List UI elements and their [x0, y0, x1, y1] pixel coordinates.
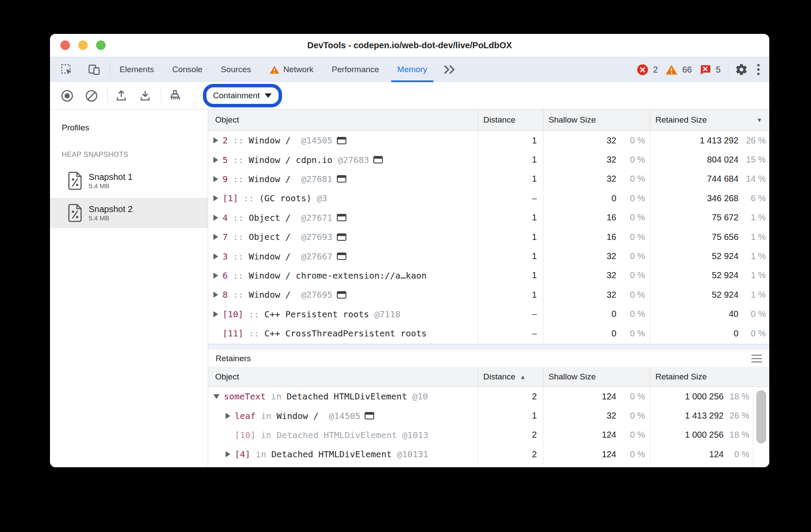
expand-arrow-icon[interactable]: [213, 311, 218, 317]
error-icon[interactable]: [637, 64, 648, 76]
pane-splitter[interactable]: [208, 344, 769, 350]
object-name: [10]: [223, 309, 243, 319]
heap-object-row[interactable]: 3 :: Window / @276671320 %52 9241 %: [208, 246, 769, 266]
distance-cell-value: 1: [478, 290, 537, 300]
record-icon[interactable]: [60, 89, 74, 103]
retainer-row[interactable]: [5] in Detached HTMLDivElement @1013: [208, 464, 769, 467]
clear-icon[interactable]: [85, 89, 98, 103]
heap-object-row[interactable]: [11] :: C++ CrossThreadPersistent roots–…: [208, 324, 769, 343]
retained-size-cell: 75 6561 %: [650, 227, 769, 246]
collapse-arrow-icon[interactable]: [213, 394, 219, 399]
retained-size-cell: [650, 464, 769, 467]
retainer-row[interactable]: [4] in Detached HTMLDivElement @10131212…: [208, 445, 769, 464]
more-tabs-icon[interactable]: [436, 57, 462, 82]
expand-arrow-icon[interactable]: [213, 137, 218, 143]
expand-arrow-icon[interactable]: [213, 234, 218, 240]
view-mode-dropdown[interactable]: Containment: [207, 88, 278, 103]
window-frame-icon: [337, 253, 346, 260]
tab-label: Performance: [332, 65, 379, 74]
expand-arrow-icon[interactable]: [213, 292, 218, 298]
snapshot-item[interactable]: Snapshot 15.4 MB: [50, 166, 208, 196]
heap-object-row[interactable]: 6 :: Window / chrome-extension://a…kaon1…: [208, 266, 769, 285]
retained-size-cell: 804 02415 %: [650, 150, 769, 169]
retainer-row[interactable]: [10] in Detached HTMLDivElement @1013212…: [208, 426, 769, 445]
expand-arrow-icon[interactable]: [226, 451, 230, 457]
window-frame-icon: [337, 137, 346, 144]
column-header-shallow-size[interactable]: Shallow Size: [543, 367, 650, 386]
window-frame-icon: [373, 156, 383, 163]
heap-object-row[interactable]: 7 :: Object / @276931160 %75 6561 %: [208, 227, 769, 246]
kebab-menu-icon[interactable]: [754, 61, 762, 78]
download-icon[interactable]: [139, 89, 152, 102]
inspect-icon[interactable]: [59, 62, 74, 77]
object-name: 7: [223, 232, 228, 242]
minimize-icon[interactable]: [78, 40, 88, 50]
snapshot-item[interactable]: Snapshot 25.4 MB: [50, 198, 208, 228]
retained-size-cell-percent: 18 %: [724, 430, 749, 440]
hamburger-icon[interactable]: [751, 354, 762, 363]
retained-size-cell: 00 %: [650, 324, 769, 343]
heap-object-row[interactable]: [10] :: C++ Persistent roots @7118–00 %4…: [208, 305, 769, 324]
retained-size-cell-value: 52 924: [650, 251, 738, 261]
heap-object-row[interactable]: 4 :: Object / @276711160 %75 6721 %: [208, 208, 769, 227]
vertical-scrollbar[interactable]: [753, 387, 769, 467]
expand-arrow-icon[interactable]: [213, 215, 218, 221]
heap-object-row[interactable]: [1] :: (GC roots) @3–00 %346 2686 %: [208, 189, 769, 208]
column-header-retained-size[interactable]: Retained Size: [650, 367, 769, 386]
expand-arrow-icon[interactable]: [213, 195, 218, 201]
separator-token: ::: [228, 213, 249, 223]
shallow-size-cell: 1240 %: [543, 426, 650, 445]
tab-network[interactable]: Network: [260, 57, 323, 82]
retainer-row[interactable]: leaf in Window / @145051320 %1 413 29226…: [208, 406, 769, 425]
object-name: [1]: [223, 193, 238, 203]
devtools-tabbar: ElementsConsoleSourcesNetworkPerformance…: [50, 57, 769, 82]
object-label: Window /: [249, 174, 296, 184]
shallow-size-cell-percent: 0 %: [616, 411, 645, 421]
scrollbar-thumb[interactable]: [756, 390, 766, 443]
object-label: C++ Persistent roots: [264, 309, 374, 319]
tab-memory[interactable]: Memory: [388, 57, 436, 82]
expand-arrow-icon[interactable]: [213, 176, 218, 182]
shallow-size-cell-value: 0: [543, 329, 616, 339]
column-header-object[interactable]: Object: [208, 367, 478, 386]
close-icon[interactable]: [60, 40, 70, 50]
tab-performance[interactable]: Performance: [322, 57, 388, 82]
tab-elements[interactable]: Elements: [110, 57, 163, 82]
upload-icon[interactable]: [115, 89, 128, 102]
expand-arrow-icon[interactable]: [213, 253, 218, 259]
retainer-row[interactable]: someText in Detached HTMLDivElement @102…: [208, 387, 769, 406]
column-header-retained-size[interactable]: Retained Size ▼: [650, 110, 769, 130]
devtools-window: DevTools - codepen.io/web-dot-dev/live/P…: [50, 34, 769, 467]
tab-sources[interactable]: Sources: [212, 57, 260, 82]
device-toolbar-icon[interactable]: [86, 62, 103, 77]
column-header-distance[interactable]: Distance: [478, 110, 543, 130]
warning-icon: [269, 65, 279, 74]
separator-token: ::: [228, 270, 249, 281]
tab-label: Console: [172, 65, 203, 74]
object-label: Detached HTMLDivElement: [276, 430, 402, 440]
heap-object-row[interactable]: 8 :: Window / @276951320 %52 9241 %: [208, 285, 769, 304]
heap-object-row[interactable]: 9 :: Window / @276811320 %744 68414 %: [208, 170, 769, 189]
column-header-distance[interactable]: Distance ▲: [478, 367, 543, 386]
issues-icon[interactable]: [699, 64, 711, 76]
expand-arrow-icon[interactable]: [213, 157, 218, 163]
shallow-size-cell: 00 %: [543, 305, 650, 324]
tab-console[interactable]: Console: [163, 57, 212, 82]
shallow-size-cell-value: 0: [543, 193, 616, 203]
expand-arrow-icon[interactable]: [226, 413, 230, 419]
expand-arrow-icon[interactable]: [213, 273, 218, 279]
retained-size-cell: 75 6721 %: [650, 208, 769, 227]
settings-gear-icon[interactable]: [733, 61, 750, 78]
column-header-object[interactable]: Object: [208, 110, 478, 130]
heap-object-row[interactable]: 2 :: Window / @145051320 %1 413 29226 %: [208, 131, 769, 150]
warning-icon[interactable]: [665, 64, 678, 75]
object-id: @27693: [296, 232, 332, 242]
retained-size-cell-value: 804 024: [650, 155, 738, 165]
column-header-shallow-size[interactable]: Shallow Size: [543, 110, 650, 130]
distance-cell: –: [478, 189, 543, 208]
heap-object-row[interactable]: 5 :: Window / cdpn.io @276831320 %804 02…: [208, 150, 769, 169]
collect-garbage-icon[interactable]: [168, 89, 182, 103]
zoom-icon[interactable]: [96, 40, 106, 50]
retained-size-cell: 52 9241 %: [650, 285, 769, 304]
separator-token: ::: [243, 328, 264, 339]
